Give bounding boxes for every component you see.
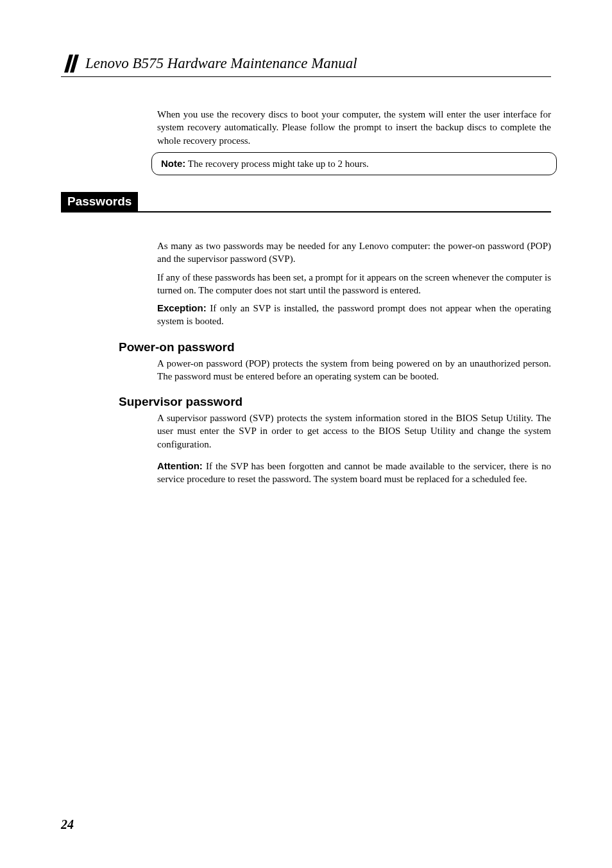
section-p1: As many as two passwords may be needed f… — [157, 239, 551, 266]
exception-text: If only an SVP is installed, the passwor… — [157, 303, 551, 326]
section-header-wrap: Passwords — [61, 192, 551, 213]
header-title: Lenovo B575 Hardware Maintenance Manual — [85, 55, 357, 72]
section-title: Passwords — [61, 192, 138, 213]
subsection2-heading: Supervisor password — [119, 395, 551, 409]
attention-text: If the SVP has been forgotten and cannot… — [157, 461, 551, 484]
note-label: Note: — [161, 158, 185, 169]
page-content: When you use the recovery discs to boot … — [61, 108, 551, 485]
section-exception: Exception: If only an SVP is installed, … — [157, 302, 551, 328]
section-p2: If any of these passwords has been set, … — [157, 271, 551, 297]
page-number: 24 — [61, 817, 74, 832]
subsection2-p1: A supervisor password (SVP) protects the… — [157, 412, 551, 451]
note-content: The recovery process might take up to 2 … — [185, 159, 368, 169]
subsection1-heading: Power-on password — [119, 340, 551, 354]
slash-icon — [61, 55, 79, 73]
page-header: Lenovo B575 Hardware Maintenance Manual — [61, 55, 551, 77]
exception-label: Exception: — [157, 302, 207, 313]
subsection1-p1: A power-on password (POP) protects the s… — [157, 357, 551, 383]
note-text: Note: The recovery process might take up… — [161, 157, 547, 170]
subsection2-attention: Attention: If the SVP has been forgotten… — [157, 460, 551, 486]
attention-label: Attention: — [157, 460, 203, 471]
note-box: Note: The recovery process might take up… — [151, 152, 557, 175]
intro-paragraph: When you use the recovery discs to boot … — [157, 108, 551, 147]
